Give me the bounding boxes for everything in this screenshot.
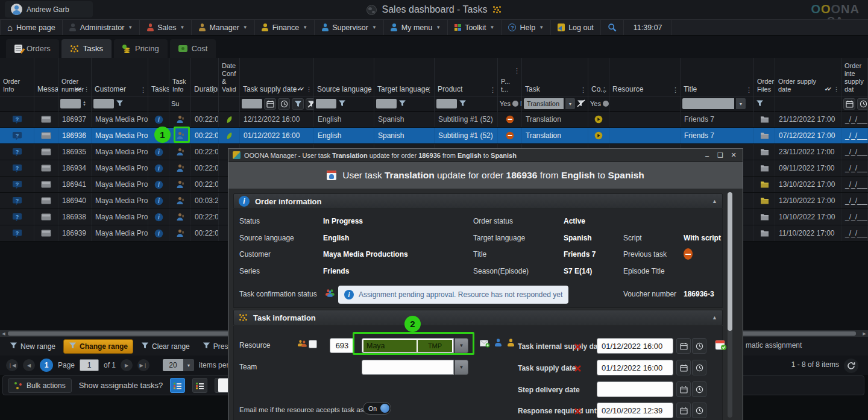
cell-customer[interactable]: Maya Media Pro... (92, 160, 148, 176)
approve-all-icon[interactable]: ✔✔ (297, 86, 303, 93)
collapse-icon[interactable]: ▲ (712, 315, 717, 321)
order-info-icon-cell[interactable]: ? (0, 177, 34, 192)
cell-order-files[interactable] (754, 144, 775, 160)
clock-button[interactable] (692, 381, 706, 397)
minimize-button[interactable]: – (702, 152, 712, 159)
column-header-order-info[interactable]: Order Info (0, 58, 34, 96)
cell-duration[interactable]: 00:22:00 (191, 128, 219, 143)
task-information-section-header[interactable]: Task information ▲ (233, 310, 723, 325)
tab-cost[interactable]: Cost (170, 39, 216, 58)
menu-item-manager[interactable]: Manager▼ (192, 20, 254, 35)
cell-product[interactable]: Subtitling #1 (52) (435, 111, 498, 127)
cell-date-conf-valid[interactable] (219, 128, 240, 143)
cell-resource[interactable] (609, 128, 681, 143)
collapse-icon[interactable]: ▲ (712, 198, 717, 204)
send-mail-icon[interactable] (480, 339, 490, 350)
column-menu-icon[interactable]: ⋮ (489, 87, 496, 93)
menu-item-toolkit[interactable]: Toolkit▼ (448, 20, 502, 35)
cell-order-supply-date[interactable]: 11/10/2022 17:00 (775, 225, 841, 241)
cell-duration[interactable]: 00:22:00 (191, 160, 219, 176)
order-info-icon-cell[interactable]: ? (0, 193, 34, 208)
task-internal-supply-date-input[interactable] (597, 338, 673, 354)
cell-order-files[interactable] (754, 177, 775, 192)
cell-tasks[interactable]: i (148, 177, 169, 192)
cell-tasks[interactable]: i (148, 209, 169, 225)
cell-order-internal-supply-date[interactable]: _/_/___ (841, 209, 868, 225)
column-header-order-supply-date[interactable]: Order supply date✔✔⋮ (775, 58, 841, 96)
column-header-p-t[interactable]: P... t...⋮ (498, 58, 522, 96)
cell-order-supply-date[interactable]: 09/11/2022 17:00 (775, 160, 841, 176)
clock-button[interactable] (692, 360, 706, 375)
yes-radio[interactable] (512, 101, 518, 107)
date-filter-input[interactable] (242, 99, 262, 108)
cell-tasks[interactable]: i (148, 111, 169, 127)
cell-target-language[interactable]: Spanish (374, 128, 435, 143)
filter-input[interactable] (93, 99, 114, 108)
clock-button[interactable] (692, 403, 706, 418)
sort-descending-icon[interactable]: ↓ (292, 86, 296, 93)
response-required-until-input[interactable] (597, 403, 673, 418)
column-header-target-language[interactable]: Target language⋮ (374, 58, 435, 96)
last-page-button[interactable]: ▶❘ (137, 359, 149, 371)
column-header-task-supply-date[interactable]: Task supply date↓✔✔⋮ (240, 58, 314, 96)
table-row[interactable]: ?186937Maya Media Pro...i00:22:0012/12/2… (0, 111, 868, 128)
cell-task[interactable]: Translation (522, 111, 588, 127)
cell-tasks[interactable]: i (148, 225, 169, 241)
menu-item-finance[interactable]: Finance▼ (255, 20, 315, 35)
scroll-right-icon[interactable]: ▶ (861, 330, 868, 337)
column-header-product[interactable]: Product⋮ (435, 58, 498, 96)
cell-order-internal-supply-date[interactable]: _/_/___ (841, 160, 868, 176)
message-icon-cell[interactable] (34, 160, 58, 176)
cell-customer[interactable]: Maya Media Pro... (92, 193, 148, 208)
menu-item-sales[interactable]: Sales▼ (140, 20, 192, 35)
cell-customer[interactable]: Maya Media Pro... (92, 177, 148, 192)
column-menu-icon[interactable]: ⋮ (366, 87, 373, 93)
page-input[interactable] (80, 359, 99, 371)
column-header-title[interactable]: Title⋮ (681, 58, 754, 96)
menu-item-my-menu[interactable]: My menu▼ (384, 20, 448, 35)
cell-order-supply-date[interactable]: 21/12/2022 17:00 (775, 111, 841, 127)
column-menu-icon[interactable]: ⋮ (140, 87, 146, 93)
cell-resource[interactable] (609, 111, 681, 127)
order-information-section-header[interactable]: i Order information ▲ (233, 193, 723, 209)
step-delivery-date-input[interactable] (597, 381, 673, 397)
column-menu-icon[interactable]: ⋮ (580, 87, 587, 93)
open-task-cell[interactable] (169, 209, 191, 225)
column-header-order-internal-supply-date[interactable]: Order inte supply dat (841, 58, 868, 96)
filter-funnel-icon[interactable] (292, 98, 304, 110)
filter-funnel-icon[interactable] (756, 99, 764, 108)
column-header-duration[interactable]: Duration⋮ (191, 58, 219, 96)
cell-duration[interactable]: 00:22:00 (191, 209, 219, 225)
cell-order-supply-date[interactable]: 13/10/2022 17:00 (775, 177, 841, 192)
message-icon-cell[interactable] (34, 225, 58, 241)
filter-input[interactable] (376, 99, 397, 108)
current-page-badge[interactable]: 1 (40, 359, 53, 372)
cell-task-supply-date[interactable]: 01/12/2022 16:00 (240, 128, 314, 143)
cell-tasks[interactable]: i (148, 193, 169, 208)
cell-order-files[interactable] (754, 225, 775, 241)
calendar-button[interactable] (676, 403, 691, 418)
cell-order-files[interactable] (754, 209, 775, 225)
message-icon-cell[interactable] (34, 193, 58, 208)
cell-previous-task[interactable] (498, 128, 522, 143)
column-header-tasks[interactable]: Tasks (148, 58, 169, 96)
cell-customer[interactable]: Maya Media Pro... (92, 144, 148, 160)
cell-order-number[interactable]: 186938 (58, 209, 92, 225)
view-mode-assignable-button[interactable] (170, 378, 185, 393)
cell-order-files[interactable] (754, 193, 775, 208)
table-row[interactable]: ?186936Maya Media Pro...i00:22:0001/12/2… (0, 128, 868, 144)
cell-previous-task[interactable] (498, 111, 522, 127)
next-page-button[interactable]: ▶ (121, 359, 133, 371)
column-header-order-files[interactable]: Order Files (754, 58, 775, 96)
assign-person-icon[interactable] (494, 339, 502, 346)
clear-filter-icon[interactable] (306, 98, 314, 110)
cell-confirmed[interactable] (588, 128, 609, 143)
tab-pricing[interactable]: Pricing (114, 39, 168, 58)
dialog-scrollbar-thumb[interactable] (728, 192, 732, 331)
search-button[interactable] (601, 20, 624, 35)
message-icon-cell[interactable] (34, 111, 58, 127)
order-info-icon-cell[interactable]: ? (0, 209, 34, 225)
cell-product[interactable]: Subtitling #1 (52) (435, 128, 498, 143)
bulk-actions-button[interactable]: Bulk actions (8, 378, 72, 393)
resource-id-input[interactable] (330, 338, 354, 353)
